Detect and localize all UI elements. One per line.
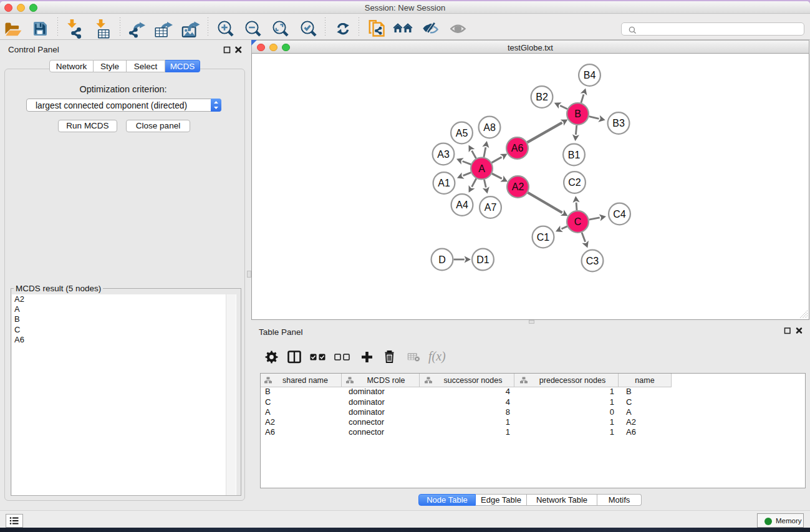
svg-text:A4: A4 [456,200,468,210]
svg-text:B4: B4 [584,70,596,80]
svg-text:C4: C4 [613,209,626,220]
svg-text:B3: B3 [612,118,625,128]
svg-text:C2: C2 [568,177,581,188]
svg-text:B2: B2 [536,92,548,102]
svg-text:D: D [438,254,446,265]
svg-text:C3: C3 [586,256,599,266]
svg-text:D1: D1 [476,254,489,265]
svg-text:C1: C1 [537,232,550,243]
svg-text:A8: A8 [483,122,496,133]
svg-text:B1: B1 [568,150,581,160]
svg-text:B: B [574,109,581,119]
svg-text:A: A [478,163,485,174]
svg-text:C: C [574,216,582,227]
svg-text:A3: A3 [437,149,450,160]
svg-text:A7: A7 [485,202,497,213]
svg-text:A5: A5 [456,128,468,138]
svg-text:A2: A2 [512,181,524,192]
svg-text:A6: A6 [511,143,524,153]
svg-text:A1: A1 [438,178,450,188]
